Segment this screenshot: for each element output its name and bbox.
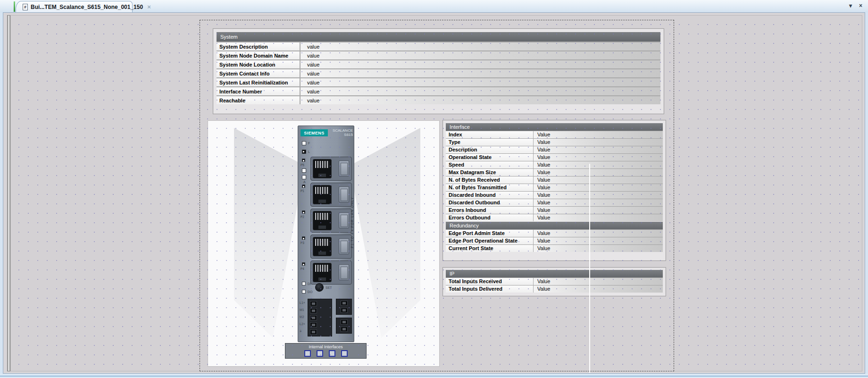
port-latch (339, 264, 349, 280)
port-label-p1: P1 (300, 189, 309, 193)
set-button (315, 283, 324, 292)
table-row[interactable]: Operational State Value (446, 153, 663, 161)
table-row[interactable]: Edge Port Admin State Value (446, 229, 663, 237)
tab-strip: # Bui...TEM_Scalance_S615_None_001_150 ×… (0, 0, 868, 12)
system-table-panel[interactable]: System System Description value System N… (213, 28, 664, 114)
table-row[interactable]: System Description value (217, 42, 660, 50)
internal-interfaces-bar: Internal Interfaces (285, 343, 367, 359)
table-row[interactable]: System Node Location value (217, 59, 660, 68)
table-row[interactable]: Total Inputs Received Value (446, 277, 663, 285)
table-row[interactable]: Index Value (446, 131, 663, 138)
table-row[interactable]: Errors Inbound Value (446, 206, 663, 214)
tab-title: Bui...TEM_Scalance_S615_None_001_150 (31, 4, 143, 10)
row-value: value (300, 87, 660, 95)
terminal-screw (310, 308, 317, 313)
row-value: Value (534, 176, 663, 184)
port-latch (339, 186, 349, 202)
document-icon: # (23, 4, 28, 10)
row-value: Value (534, 230, 663, 237)
design-canvas[interactable]: System System Description value System N… (10, 15, 862, 371)
ethernet-port (310, 157, 352, 181)
row-label: Discarded Outbound (446, 199, 534, 206)
link-led (302, 150, 306, 154)
table-row[interactable]: Max Datagram Size Value (446, 168, 663, 176)
ground-symbol: ⏚ (300, 329, 302, 333)
row-value: value (300, 78, 660, 86)
ethernet-port (310, 260, 352, 285)
port-led (302, 185, 305, 188)
power-terminal-block (308, 299, 332, 336)
port-label-p4: P4 (300, 267, 309, 270)
fault-led (302, 141, 306, 145)
di-terminal-block (336, 299, 352, 315)
table-row[interactable]: N. of Bytes Transmitted Value (446, 184, 663, 191)
canvas-edge-ridge[interactable] (7, 15, 10, 371)
port-led (302, 159, 305, 162)
row-value: Value (534, 169, 663, 176)
lan-only-label: P1 TO P4 FOR LAN ONLY (351, 197, 354, 248)
close-icon[interactable]: × (859, 2, 862, 9)
interface-table-header: Interface (446, 123, 663, 131)
table-row[interactable]: Type Value (446, 138, 663, 146)
row-label: N. of Bytes Transmitted (446, 184, 534, 191)
terminal-screw (341, 301, 348, 306)
port-label-p5: P5 (300, 163, 309, 167)
background-swoosh (234, 128, 305, 338)
window-bottom-chrome (0, 374, 868, 378)
port-latch (339, 160, 349, 176)
terminal-label: M2 (300, 315, 304, 319)
led-label-a: A (303, 180, 306, 184)
table-row[interactable]: Reachable value (217, 95, 660, 104)
do-terminal-block (336, 318, 352, 334)
table-row[interactable]: Interface Number value (217, 86, 660, 95)
editor-area: System System Description value System N… (3, 12, 865, 374)
status-led (302, 168, 306, 173)
port-latch (339, 212, 349, 228)
table-row[interactable]: System Node Domain Name value (217, 50, 660, 59)
ethernet-port (310, 209, 352, 233)
port-label-p2: P2 (300, 215, 309, 218)
row-label: Description (446, 146, 534, 153)
editor-tab[interactable]: # Bui...TEM_Scalance_S615_None_001_150 × (16, 1, 133, 12)
ethernet-port (310, 235, 352, 259)
table-row[interactable]: Errors Outbound Value (446, 214, 663, 221)
tab-close-icon[interactable]: × (147, 4, 151, 10)
product-name: SCALANCE (328, 128, 353, 133)
row-value: value (300, 96, 660, 104)
rj45-socket (313, 263, 332, 282)
row-label: System Node Location (217, 60, 300, 68)
table-row[interactable]: N. of Bytes Received Value (446, 176, 663, 184)
led-label-f: F (308, 142, 310, 145)
terminal-screw (341, 319, 348, 325)
rj45-socket (313, 159, 332, 178)
terminal-label: M1 (300, 308, 304, 311)
table-row[interactable]: Total Inputs Delivered Value (446, 285, 663, 293)
terminal-screw (310, 322, 317, 328)
table-row[interactable]: Description Value (446, 146, 663, 153)
table-row[interactable]: Current Port State Value (446, 244, 663, 252)
vertical-guide-line (589, 164, 590, 373)
window-bottom-accent-line (0, 376, 868, 377)
device-image-panel[interactable]: SIEMENS SCALANCE S615 F L P5 A (208, 120, 440, 367)
row-value: Value (534, 245, 663, 252)
set-button-label: SET (326, 286, 332, 289)
terminal-label: L2+ (300, 322, 305, 326)
interface-table-panel[interactable]: Interface Index Value Type Value Descrip… (442, 120, 666, 261)
row-label: Max Datagram Size (446, 169, 534, 176)
table-row[interactable]: Discarded Inbound Value (446, 191, 663, 199)
table-row[interactable]: Edge Port Operational State Value (446, 237, 663, 244)
row-label: System Node Domain Name (217, 51, 300, 59)
row-value: Value (534, 139, 663, 146)
table-row[interactable]: System Contact Info value (217, 68, 660, 77)
port-led (302, 236, 305, 240)
table-row[interactable]: Speed Value (446, 161, 663, 168)
system-table-header: System (217, 32, 660, 42)
menu-dropdown-icon[interactable]: ▾ (849, 2, 852, 9)
row-value: Value (534, 131, 663, 138)
row-value: Value (534, 192, 663, 199)
ip-table-panel[interactable]: IP Total Inputs Received Value Total Inp… (442, 267, 666, 296)
table-row[interactable]: Discarded Outbound Value (446, 199, 663, 206)
table-row[interactable]: System Last Reinitialization value (217, 77, 660, 86)
interface-indicator (304, 350, 311, 357)
row-value: Value (534, 237, 663, 244)
